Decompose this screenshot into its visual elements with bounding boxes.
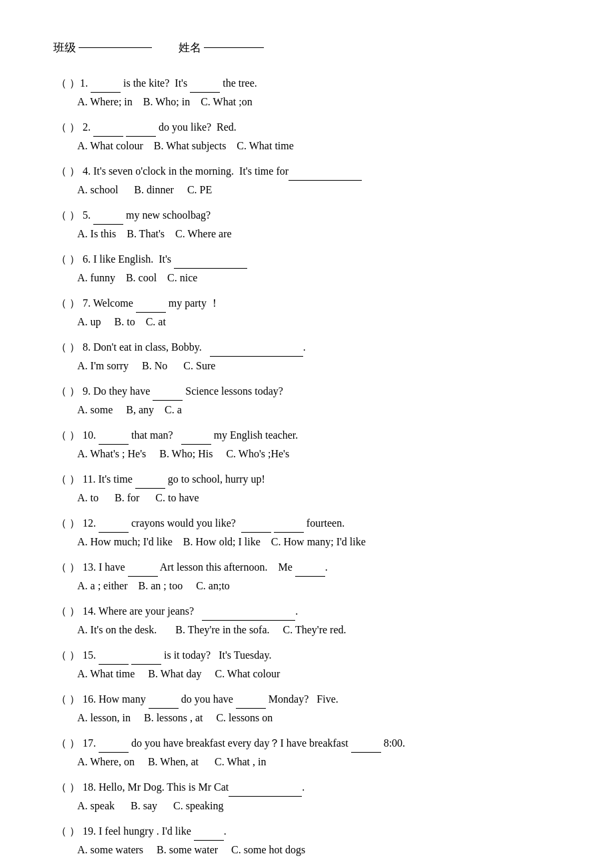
q7-content: ） 7. Welcome my party ！ A. up B. to C. a…: [69, 294, 560, 331]
paren-19: （: [53, 822, 69, 840]
q9-blank[interactable]: [153, 390, 183, 401]
paren-7: （: [53, 294, 69, 312]
q18-options: A. speak B. say C. speaking: [69, 797, 560, 815]
q5-blank[interactable]: [93, 214, 123, 225]
q4-options: A. school B. dinner C. PE: [69, 181, 560, 199]
q4-content: ） 4. It's seven o'clock in the morning. …: [69, 162, 560, 199]
question-15: （ ） 15. is it today? It's Tuesday. A. Wh…: [53, 646, 560, 683]
q18-text: ） 18. Hello, Mr Dog. This is Mr Cat.: [69, 778, 560, 797]
q17-text: ） 17. do you have breakfast every day？I …: [69, 734, 560, 753]
q11-text: ） 11. It's time go to school, hurry up!: [69, 470, 560, 489]
q16-content: ） 16. How many do you have Monday? Five.…: [69, 690, 560, 727]
q6-content: ） 6. I like English. It's A. funny B. co…: [69, 250, 560, 287]
q13-content: ） 13. I have Art lesson this afternoon. …: [69, 558, 560, 595]
paren-14: （: [53, 602, 69, 620]
q4-text: ） 4. It's seven o'clock in the morning. …: [69, 162, 560, 181]
q11-blank[interactable]: [135, 478, 165, 489]
q15-blank2[interactable]: [131, 654, 161, 665]
question-16: （ ） 16. How many do you have Monday? Fiv…: [53, 690, 560, 727]
question-11: （ ） 11. It's time go to school, hurry up…: [53, 470, 560, 507]
q7-blank[interactable]: [136, 302, 166, 313]
q4-blank[interactable]: [289, 170, 362, 181]
q12-content: ） 12. crayons would you like? fourteen. …: [69, 514, 560, 551]
q10-blank1[interactable]: [99, 434, 129, 445]
question-10: （ ） 10. that man? my English teacher. A.…: [53, 426, 560, 463]
q16-text: ） 16. How many do you have Monday? Five.: [69, 690, 560, 709]
q1-blank2[interactable]: [190, 82, 220, 93]
paren-17: （: [53, 734, 69, 752]
q16-blank1[interactable]: [149, 698, 179, 709]
question-7: （ ） 7. Welcome my party ！ A. up B. to C.…: [53, 294, 560, 331]
q1-options: A. Where; in B. Who; in C. What ;on: [69, 93, 560, 111]
q13-text: ） 13. I have Art lesson this afternoon. …: [69, 558, 560, 577]
question-8: （ ） 8. Don't eat in class, Bobby. . A. I…: [53, 338, 560, 375]
question-4: （ ） 4. It's seven o'clock in the morning…: [53, 162, 560, 199]
q12-blank1[interactable]: [99, 522, 129, 533]
q19-blank[interactable]: [194, 830, 224, 841]
q16-options: A. lesson, in B. lessons , at C. lessons…: [69, 709, 560, 727]
q2-text: ） 2. do you like? Red.: [69, 118, 560, 137]
q5-text: ） 5. my new schoolbag?: [69, 206, 560, 225]
paren-4: （: [53, 162, 69, 180]
question-9: （ ） 9. Do they have Science lessons toda…: [53, 382, 560, 419]
q1-content: ）1. is the kite? It's the tree. A. Where…: [69, 74, 560, 111]
q17-options: A. Where, on B. When, at C. What , in: [69, 753, 560, 771]
q16-blank2[interactable]: [236, 698, 266, 709]
q10-options: A. What's ; He's B. Who; His C. Who's ;H…: [69, 445, 560, 463]
q6-blank[interactable]: [174, 258, 247, 269]
q5-content: ） 5. my new schoolbag? A. Is this B. Tha…: [69, 206, 560, 243]
paren-8: （: [53, 338, 69, 356]
q8-options: A. I'm sorry B. No C. Sure: [69, 357, 560, 375]
q10-blank2[interactable]: [181, 434, 211, 445]
question-18: （ ） 18. Hello, Mr Dog. This is Mr Cat. A…: [53, 778, 560, 815]
paren-15: （: [53, 646, 69, 664]
q13-blank1[interactable]: [128, 566, 158, 577]
q6-text: ） 6. I like English. It's: [69, 250, 560, 269]
q9-options: A. some B, any C. a: [69, 401, 560, 419]
q12-text: ） 12. crayons would you like? fourteen.: [69, 514, 560, 533]
q12-blank2[interactable]: [241, 522, 271, 533]
q12-blank3[interactable]: [274, 522, 304, 533]
class-blank[interactable]: [79, 47, 152, 48]
q19-content: ） 19. I feel hungry . I'd like . A. some…: [69, 822, 560, 859]
class-label: 班级: [53, 40, 76, 55]
q2-blank1[interactable]: [93, 126, 123, 137]
question-5: （ ） 5. my new schoolbag? A. Is this B. T…: [53, 206, 560, 243]
q13-options: A. a ; either B. an ; too C. an;to: [69, 577, 560, 595]
q17-blank1[interactable]: [99, 742, 129, 753]
question-2: （ ） 2. do you like? Red. A. What colour …: [53, 118, 560, 155]
q15-content: ） 15. is it today? It's Tuesday. A. What…: [69, 646, 560, 683]
q14-options: A. It's on the desk. B. They're in the s…: [69, 621, 560, 639]
paren-13: （: [53, 558, 69, 576]
paren-10: （: [53, 426, 69, 444]
question-12: （ ） 12. crayons would you like? fourteen…: [53, 514, 560, 551]
q2-blank2[interactable]: [126, 126, 156, 137]
q1-blank1[interactable]: [91, 82, 121, 93]
name-blank[interactable]: [204, 47, 264, 48]
q1-text: ）1. is the kite? It's the tree.: [69, 74, 560, 93]
q7-options: A. up B. to C. at: [69, 313, 560, 331]
q18-blank[interactable]: [229, 786, 302, 797]
q19-text: ） 19. I feel hungry . I'd like .: [69, 822, 560, 841]
q14-text: ） 14. Where are your jeans? .: [69, 602, 560, 621]
q17-blank2[interactable]: [351, 742, 381, 753]
q12-options: A. How much; I'd like B. How old; I like…: [69, 533, 560, 551]
paren-5: （: [53, 206, 69, 224]
q2-options: A. What colour B. What subjects C. What …: [69, 137, 560, 155]
paren-18: （: [53, 778, 69, 796]
q15-blank1[interactable]: [99, 654, 129, 665]
q8-text: ） 8. Don't eat in class, Bobby. .: [69, 338, 560, 357]
q13-blank2[interactable]: [295, 566, 325, 577]
q8-blank[interactable]: [210, 346, 303, 357]
q10-text: ） 10. that man? my English teacher.: [69, 426, 560, 445]
paren-16: （: [53, 690, 69, 708]
paren-9: （: [53, 382, 69, 400]
q14-content: ） 14. Where are your jeans? . A. It's on…: [69, 602, 560, 639]
paren-1: （: [53, 74, 69, 92]
q19-options: A. some waters B. some water C. some hot…: [69, 841, 560, 859]
paren-11: （: [53, 470, 69, 488]
q2-content: ） 2. do you like? Red. A. What colour B.…: [69, 118, 560, 155]
q9-content: ） 9. Do they have Science lessons today?…: [69, 382, 560, 419]
question-6: （ ） 6. I like English. It's A. funny B. …: [53, 250, 560, 287]
q14-blank[interactable]: [202, 610, 295, 621]
